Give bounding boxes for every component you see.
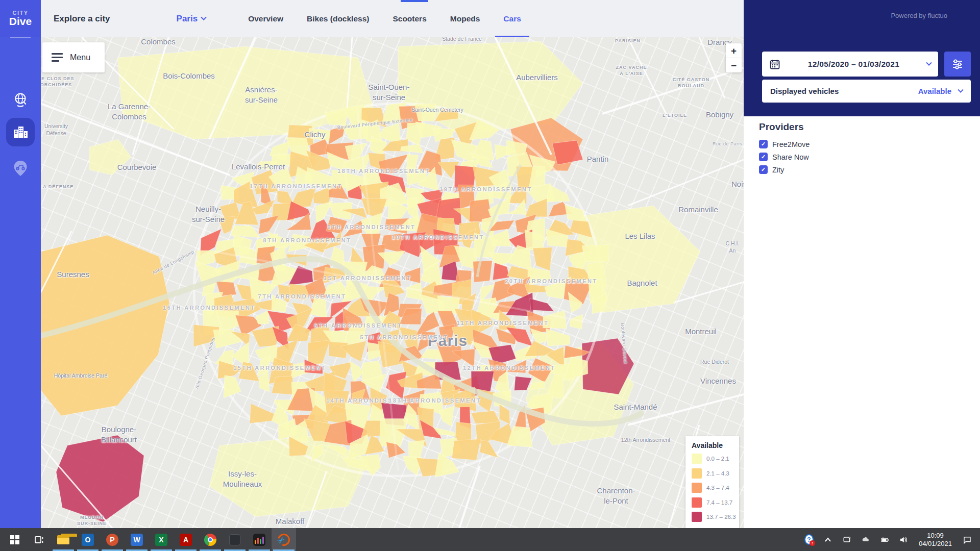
tab-overview[interactable]: Overview (240, 0, 291, 37)
file-explorer-icon (57, 535, 69, 544)
zoom-in-button[interactable]: + (726, 43, 742, 58)
provider-label: Free2Move (772, 140, 810, 148)
tray-onedrive[interactable] (858, 528, 873, 551)
legend-range: 13.7 – 26.3 (706, 514, 736, 520)
legend-range: 2.1 – 4.3 (706, 470, 729, 477)
menu-button-label: Menu (70, 53, 90, 62)
legend-swatch (692, 468, 702, 479)
task-view-icon (33, 534, 45, 546)
taskbar-word[interactable]: W (125, 528, 149, 551)
taskbar-acrobat[interactable]: A (174, 528, 198, 551)
right-panel: Powered by fluctuo 12/05/2020 – 01/03/20… (744, 0, 980, 528)
provider-row[interactable]: Share Now (759, 153, 963, 161)
snipping-tool-icon: ✂ (277, 533, 290, 546)
acrobat-icon: A (180, 534, 192, 546)
excel-icon: X (155, 534, 167, 546)
legend-row: 0.0 – 2.1 (692, 454, 739, 464)
taskbar-file-explorer[interactable] (51, 528, 76, 551)
globe-icon (11, 91, 30, 109)
choropleth-svg (41, 37, 744, 528)
calendar-icon (769, 59, 780, 70)
menu-button[interactable]: Menu (42, 42, 105, 72)
date-range-picker[interactable]: 12/05/2020 – 01/03/2021 (762, 52, 938, 77)
tray-battery[interactable] (877, 528, 892, 551)
legend-swatch (692, 454, 702, 464)
screen: CITY Dive Explore a city Paris OverviewB… (0, 0, 980, 551)
zoom-out-button[interactable]: − (726, 58, 742, 72)
map-legend: Available 0.0 – 2.12.1 – 4.34.3 – 7.47.4… (685, 436, 739, 528)
displayed-vehicles-value: Available (918, 87, 951, 95)
sidebar-item-stations[interactable] (6, 154, 35, 183)
powered-by-label: Powered by fluctuo (891, 12, 947, 19)
map-zoom-controls: + − (726, 43, 742, 72)
taskbar: O P W X A ✂ (0, 528, 980, 551)
powerpoint-icon: P (106, 534, 118, 546)
explore-label: Explore a city (54, 14, 110, 24)
tab-bikes-dockless[interactable]: Bikes (dockless) (299, 0, 377, 37)
taskbar-outlook[interactable]: O (76, 528, 100, 551)
legend-range: 4.3 – 7.4 (706, 485, 729, 491)
legend-title: Available (692, 441, 739, 449)
clock-date: 04/01/2021 (919, 540, 952, 548)
tray-help-button[interactable]: ?! (801, 528, 817, 551)
action-center-button[interactable] (960, 528, 975, 551)
sidebar-item-city[interactable] (6, 118, 35, 146)
app-header: CITY Dive Explore a city Paris OverviewB… (0, 0, 744, 37)
app-window-icon (229, 534, 240, 545)
equalizer-app-icon (253, 534, 265, 546)
tab-scooters[interactable]: Scooters (384, 0, 434, 37)
taskbar-clock[interactable]: 10:09 04/01/2021 (915, 532, 956, 548)
logo-dive-text: Dive (9, 15, 32, 28)
checkbox-checked-icon[interactable] (759, 165, 768, 174)
start-button[interactable] (3, 528, 27, 551)
legend-row: 13.7 – 26.3 (692, 512, 739, 522)
tab-mopeds[interactable]: Mopeds (442, 0, 488, 37)
checkbox-checked-icon[interactable] (759, 140, 768, 148)
tab-cars[interactable]: Cars (495, 0, 529, 37)
provider-row[interactable]: Zity (759, 165, 963, 174)
sidebar (0, 37, 41, 528)
map-canvas[interactable]: ParisColombesBois-ColombesAsnières- sur-… (41, 37, 744, 528)
tray-connect-device[interactable] (839, 528, 854, 551)
legend-swatch (692, 512, 702, 522)
sliders-icon (951, 58, 964, 71)
sidebar-item-world[interactable] (6, 86, 35, 114)
legend-range: 7.4 – 13.7 (706, 499, 732, 506)
taskbar-excel[interactable]: X (149, 528, 174, 551)
screen-connect-icon (842, 534, 851, 545)
city-selector-value: Paris (177, 14, 198, 24)
battery-plugged-icon (880, 534, 889, 545)
map-pin-moped-icon (11, 159, 30, 178)
taskbar-powerpoint[interactable]: P (100, 528, 125, 551)
taskbar-chrome[interactable] (198, 528, 223, 551)
action-center-icon (963, 534, 972, 546)
clock-time: 10:09 (927, 532, 944, 540)
chevron-down-icon (926, 60, 932, 65)
legend-row: 7.4 – 13.7 (692, 497, 739, 508)
speaker-icon (899, 534, 908, 545)
providers-list: Free2MoveShare NowZity (759, 140, 963, 174)
taskbar-snipping-tool[interactable]: ✂ (272, 528, 296, 551)
alert-badge: ! (810, 540, 815, 546)
legend-row: 4.3 – 7.4 (692, 483, 739, 493)
providers-title: Providers (759, 121, 963, 133)
nav-tabs: OverviewBikes (dockless)ScootersMopedsCa… (236, 0, 533, 37)
app-logo: CITY Dive (0, 0, 41, 37)
displayed-vehicles-dropdown[interactable]: Displayed vehicles Available (762, 80, 971, 103)
onedrive-cloud-icon (861, 534, 870, 546)
outlook-icon: O (82, 534, 94, 546)
provider-row[interactable]: Free2Move (759, 140, 963, 148)
tray-volume[interactable] (896, 528, 911, 551)
chevron-down-icon (201, 14, 206, 20)
tray-show-hidden-icons[interactable] (820, 528, 836, 551)
city-selector[interactable]: Paris (177, 14, 206, 24)
task-view-button[interactable] (27, 528, 51, 551)
date-range-value: 12/05/2020 – 01/03/2021 (780, 60, 927, 69)
taskbar-app-window[interactable] (223, 528, 247, 551)
filter-settings-button[interactable] (944, 52, 971, 77)
progress-indicator (401, 0, 428, 2)
displayed-vehicles-label: Displayed vehicles (770, 87, 918, 95)
checkbox-checked-icon[interactable] (759, 153, 768, 161)
taskbar-equalizer-app[interactable] (247, 528, 272, 551)
chevron-up-icon (823, 535, 832, 544)
